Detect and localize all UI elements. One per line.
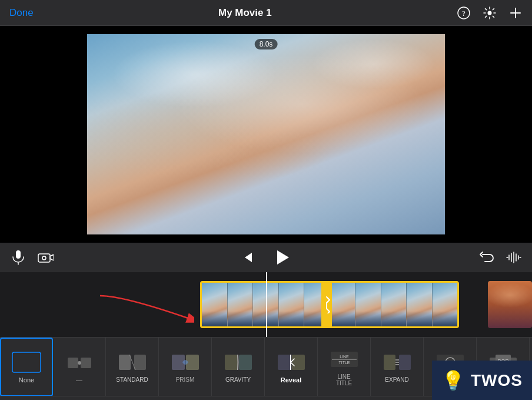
svg-rect-18 — [292, 355, 305, 370]
watermark: 💡 TWOS — [432, 361, 532, 400]
svg-text:?: ? — [462, 9, 466, 18]
waveform-icon[interactable] — [505, 249, 523, 266]
timeline-strip-area — [0, 272, 532, 337]
clip-end-marker — [321, 281, 332, 328]
project-title: My Movie 1 — [218, 7, 272, 19]
prism-transition-icon — [171, 351, 200, 374]
next-clip-thumbnail[interactable] — [488, 281, 532, 328]
video-preview: 8.0s — [0, 26, 532, 243]
timeline-left-controls — [9, 249, 54, 266]
timeline-right-controls — [478, 249, 523, 266]
transition-expand[interactable]: EXPAND — [371, 338, 424, 396]
svg-rect-3 — [16, 250, 21, 259]
film-frame — [381, 283, 407, 326]
svg-rect-9 — [81, 358, 91, 368]
standard-transition-label: STANDARD — [116, 376, 148, 383]
svg-text:LINE: LINE — [340, 355, 349, 359]
timeline-controls — [0, 243, 532, 272]
help-icon[interactable]: ? — [457, 6, 471, 20]
watermark-bulb-icon: 💡 — [441, 369, 465, 392]
svg-rect-23 — [399, 355, 411, 370]
video-frame: 8.0s — [87, 34, 445, 234]
dot-transition-label: — — [76, 376, 82, 384]
app-header: Done My Movie 1 ? — [0, 0, 532, 26]
svg-rect-7 — [12, 352, 41, 372]
dot-transition-icon — [65, 351, 94, 374]
transition-gravity[interactable]: GRAVITY — [212, 338, 265, 396]
expand-transition-label: EXPAND — [385, 376, 408, 383]
watermark-text: TWOS — [471, 371, 523, 390]
film-frame — [433, 283, 458, 326]
svg-rect-16 — [239, 355, 252, 370]
film-frame — [202, 283, 228, 326]
svg-rect-17 — [278, 355, 291, 370]
expand-transition-icon — [383, 351, 412, 374]
camera-icon[interactable] — [36, 249, 54, 266]
transition-standard[interactable]: STANDARD — [106, 338, 159, 396]
svg-point-10 — [78, 361, 81, 365]
svg-point-5 — [42, 256, 46, 260]
reveal-transition-label: Reveal — [281, 376, 301, 384]
svg-rect-11 — [119, 355, 131, 370]
prism-transition-label: PRISM — [176, 376, 195, 383]
none-transition-icon — [12, 351, 41, 374]
standard-transition-icon — [118, 351, 147, 374]
playhead — [266, 272, 267, 337]
play-icon[interactable] — [270, 246, 294, 269]
film-frame — [228, 283, 254, 326]
gravity-transition-icon — [224, 351, 253, 374]
microphone-icon[interactable] — [9, 249, 27, 266]
transition-prism[interactable]: PRISM — [159, 338, 212, 396]
film-frame — [330, 283, 356, 326]
gravity-transition-label: GRAVITY — [225, 376, 251, 383]
transition-reveal[interactable]: Reveal — [265, 338, 318, 396]
settings-icon[interactable] — [483, 6, 497, 20]
undo-icon[interactable] — [478, 249, 496, 266]
svg-rect-15 — [225, 355, 238, 370]
next-clip-bg — [488, 281, 532, 328]
svg-rect-8 — [68, 358, 78, 368]
film-frame — [355, 283, 381, 326]
transition-none[interactable]: None — [0, 338, 53, 396]
add-icon[interactable] — [508, 6, 523, 20]
header-left: Done — [9, 7, 34, 19]
svg-text:TITLE: TITLE — [338, 361, 350, 365]
svg-rect-4 — [38, 254, 50, 262]
arrow-annotation — [77, 284, 194, 343]
film-frame — [279, 283, 305, 326]
cloud-overlay — [87, 34, 445, 234]
transition-line-title[interactable]: LINE TITLE LINETITLE — [318, 338, 371, 396]
svg-point-2 — [488, 11, 492, 15]
transition-dot[interactable]: — — [53, 338, 106, 396]
line-title-transition-label: LINETITLE — [336, 373, 352, 386]
line-title-transition-icon: LINE TITLE — [330, 348, 359, 371]
film-frame — [407, 283, 433, 326]
header-right: ? — [457, 6, 523, 20]
svg-rect-22 — [384, 355, 395, 370]
done-button[interactable]: Done — [9, 7, 34, 19]
svg-rect-12 — [134, 355, 146, 370]
skip-back-icon[interactable] — [238, 249, 256, 266]
none-transition-label: None — [19, 376, 34, 384]
playback-controls — [238, 246, 294, 269]
duration-badge: 8.0s — [255, 39, 278, 49]
reveal-transition-icon — [277, 351, 306, 374]
